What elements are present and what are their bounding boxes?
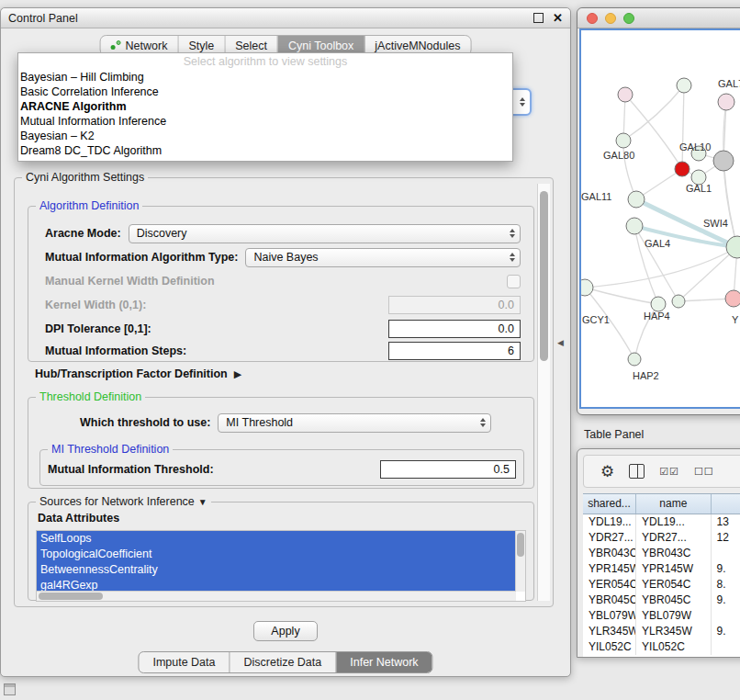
node-attribute-table: shared...name YDL19...YDL19...13YDR27...…	[583, 493, 740, 657]
which-threshold-select[interactable]: MI Threshold	[218, 413, 491, 433]
collapse-down-icon[interactable]: ▼	[198, 495, 207, 509]
table-cell: YBR043C	[583, 546, 636, 561]
apply-button[interactable]: Apply	[253, 621, 318, 641]
table-cell	[712, 639, 740, 655]
attribute-item-betweennesscentrality[interactable]: BetweennessCentrality	[37, 562, 516, 578]
network-node-label: GAL10	[679, 141, 711, 152]
data-attributes-list[interactable]: SelfLoopsTopologicalCoefficientBetweenne…	[36, 530, 526, 602]
threshold-definition-title: Threshold Definition	[36, 390, 145, 404]
window-minimize-button[interactable]	[605, 13, 616, 24]
window-close-button[interactable]	[587, 13, 598, 24]
attributes-vertical-scrollbar[interactable]	[515, 531, 525, 592]
minimized-panel-icon[interactable]	[4, 683, 16, 695]
deselect-all-icon[interactable]: ☐☐	[694, 466, 714, 478]
mi-threshold-definition-title: MI Threshold Definition	[48, 443, 173, 457]
algorithm-definition-group: Algorithm Definition Aracne Mode: Discov…	[28, 206, 534, 362]
network-edge[interactable]	[585, 247, 737, 288]
bottom-tab-discretize-data[interactable]: Discretize Data	[230, 652, 337, 672]
dpi-tolerance-field[interactable]: 0.0	[388, 320, 521, 338]
settings-scrollbar[interactable]	[537, 184, 550, 601]
gear-icon[interactable]: ⚙	[600, 464, 614, 480]
table-cell: YBL079W	[636, 608, 711, 624]
bottom-tab-infer-network[interactable]: Infer Network	[336, 652, 432, 672]
network-node[interactable]	[718, 94, 734, 110]
table-row[interactable]: YDL19...YDL19...13	[583, 514, 740, 530]
network-node[interactable]	[672, 295, 685, 308]
table-row[interactable]: YLR345WYLR345W9.	[583, 624, 740, 639]
float-window-icon[interactable]	[533, 13, 544, 23]
mi-algorithm-type-select[interactable]: Naive Bayes	[245, 248, 521, 267]
dropdown-item-mutual-information-inference[interactable]: Mutual Information Inference	[18, 114, 512, 129]
table-cell: 13	[712, 514, 740, 530]
column-header[interactable]	[712, 494, 740, 514]
window-zoom-button[interactable]	[623, 13, 634, 24]
aracne-mode-select[interactable]: Discovery	[129, 224, 521, 243]
aracne-mode-label: Aracne Mode:	[45, 227, 121, 240]
table-row[interactable]: YBR043CYBR043C	[583, 546, 740, 561]
dropdown-item-bayesian-k2[interactable]: Bayesian – K2	[18, 129, 512, 143]
network-graph[interactable]: GAL7GAL80GAL10GAL11GAL1SWI4GAL4GCY1HAP4H…	[581, 30, 740, 407]
mi-threshold-field[interactable]: 0.5	[380, 460, 516, 479]
kernel-width-label: Kernel Width (0,1):	[45, 299, 146, 311]
kernel-width-field[interactable]: 0.0	[388, 296, 521, 314]
network-node[interactable]	[675, 162, 690, 176]
dropdown-item-dream8-dc-tdc-algorithm[interactable]: Dream8 DC_TDC Algorithm	[18, 143, 512, 158]
table-row[interactable]: YER054CYER054C8.	[583, 577, 740, 593]
attributes-horizontal-scrollbar[interactable]	[37, 591, 516, 601]
attribute-item-selfloops[interactable]: SelfLoops	[37, 531, 516, 547]
table-row[interactable]: YIL052CYIL052C	[583, 639, 740, 655]
table-cell: YER054C	[636, 577, 711, 593]
network-node[interactable]	[651, 297, 666, 311]
network-edge[interactable]	[723, 161, 737, 247]
table-cell: YBR045C	[583, 593, 636, 608]
table-row[interactable]: YPR145WYPR145W9.	[583, 561, 740, 577]
manual-kernel-width-label: Manual Kernel Width Definition	[45, 275, 215, 288]
table-cell: YLR345W	[583, 624, 636, 639]
column-header[interactable]: shared...	[583, 494, 636, 514]
network-node[interactable]	[618, 87, 633, 102]
network-window-titlebar[interactable]	[577, 8, 740, 28]
table-cell: YBR045C	[636, 593, 711, 608]
close-icon[interactable]: ✕	[553, 11, 563, 25]
tab-label: Select	[235, 40, 267, 52]
mi-algorithm-type-label: Mutual Information Algorithm Type:	[45, 251, 238, 264]
combo-arrows-icon	[510, 229, 515, 238]
mi-steps-label: Mutual Information Steps:	[45, 344, 186, 357]
network-node[interactable]	[628, 191, 645, 208]
splitter-collapse-arrow[interactable]: ◀	[557, 338, 564, 347]
table-cell: YIL052C	[636, 639, 711, 655]
mi-steps-field[interactable]: 6	[388, 342, 521, 360]
dropdown-item-bayesian-hill-climbing[interactable]: Bayesian – Hill Climbing	[18, 70, 512, 85]
network-tab-icon	[111, 40, 121, 51]
network-node[interactable]	[616, 133, 631, 148]
table-row[interactable]: YDR27...YDR27...12	[583, 530, 740, 546]
expand-right-icon[interactable]: ▶	[234, 368, 241, 380]
select-all-icon[interactable]: ☑☑	[659, 466, 679, 478]
table-row[interactable]: YBL079WYBL079W	[583, 608, 740, 624]
mi-threshold-row: Mutual Information Threshold: 0.5	[48, 459, 516, 480]
network-node[interactable]	[581, 279, 593, 296]
columns-icon[interactable]	[629, 464, 645, 479]
dropdown-item-basic-correlation-inference[interactable]: Basic Correlation Inference	[18, 85, 512, 99]
manual-kernel-width-checkbox[interactable]	[507, 275, 521, 288]
dropdown-item-aracne-algorithm[interactable]: ARACNE Algorithm	[18, 99, 512, 114]
table-cell: YBL079W	[583, 608, 636, 624]
control-panel-titlebar[interactable]: Control Panel ✕	[1, 8, 570, 28]
hub-definition-section[interactable]: Hub/Transcription Factor Definition ▶	[35, 367, 241, 380]
bottom-tab-impute-data[interactable]: Impute Data	[139, 652, 230, 672]
network-node[interactable]	[713, 151, 734, 171]
network-canvas[interactable]: GAL7GAL80GAL10GAL11GAL1SWI4GAL4GCY1HAP4H…	[579, 28, 740, 409]
mi-threshold-label: Mutual Information Threshold:	[48, 463, 214, 476]
network-node[interactable]	[626, 218, 643, 234]
table-row[interactable]: YBR045CYBR045C9.	[583, 593, 740, 608]
network-node[interactable]	[628, 353, 641, 366]
network-node[interactable]	[677, 78, 691, 93]
sources-group-title[interactable]: Sources for Network Inference ▼	[36, 495, 211, 509]
table-cell: YPR145W	[636, 561, 711, 577]
network-node[interactable]	[725, 290, 740, 307]
network-node-label: GAL1	[686, 183, 712, 194]
mi-steps-row: Mutual Information Steps: 6	[45, 341, 521, 361]
attribute-item-topologicalcoefficient[interactable]: TopologicalCoefficient	[37, 547, 516, 562]
column-header[interactable]: name	[636, 494, 712, 514]
network-edge[interactable]	[682, 85, 684, 169]
